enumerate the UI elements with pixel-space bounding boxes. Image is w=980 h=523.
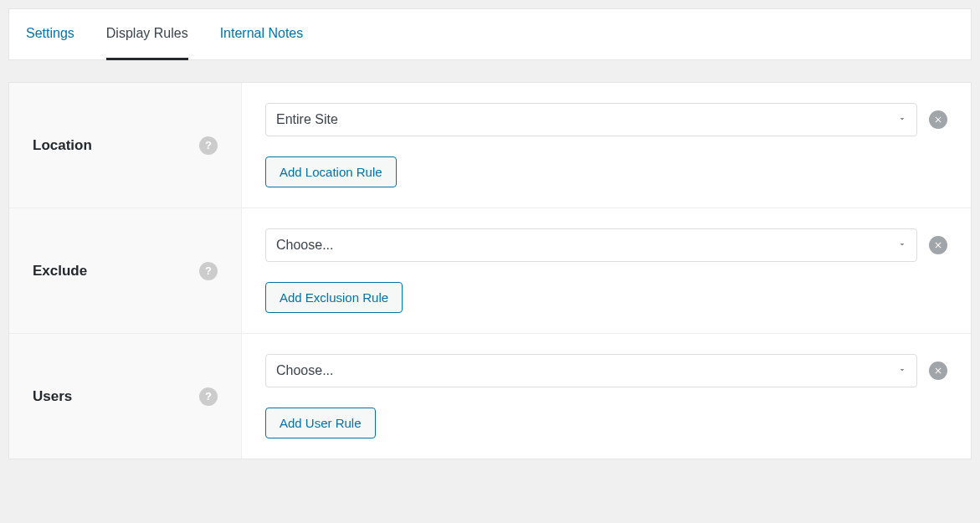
select-wrapper: Choose...	[265, 354, 917, 387]
users-label: Users	[33, 388, 72, 405]
select-wrapper: Choose...	[265, 228, 917, 262]
rule-row-location: Location ? Entire Site Add Location Rule	[9, 83, 971, 208]
add-exclusion-rule-button[interactable]: Add Exclusion Rule	[265, 282, 403, 313]
add-location-rule-button[interactable]: Add Location Rule	[265, 156, 397, 187]
remove-rule-icon[interactable]	[929, 361, 947, 380]
tab-internal-notes[interactable]: Internal Notes	[220, 9, 304, 60]
rule-content-cell: Entire Site Add Location Rule	[242, 83, 971, 208]
rules-panel: Location ? Entire Site Add Location Rule…	[8, 82, 972, 459]
tab-settings[interactable]: Settings	[26, 9, 74, 60]
add-user-rule-button[interactable]: Add User Rule	[265, 408, 376, 438]
help-icon[interactable]: ?	[199, 387, 218, 406]
location-select[interactable]: Entire Site	[265, 103, 917, 136]
select-row: Choose...	[265, 354, 947, 387]
exclude-label: Exclude	[33, 263, 87, 279]
select-row: Entire Site	[265, 103, 947, 136]
location-label: Location	[33, 137, 92, 154]
remove-rule-icon[interactable]	[929, 236, 947, 254]
tabs-panel: Settings Display Rules Internal Notes	[8, 8, 972, 60]
rule-label-cell: Exclude ?	[9, 208, 242, 333]
help-icon[interactable]: ?	[199, 262, 218, 280]
rule-row-users: Users ? Choose... Add User Rule	[9, 334, 971, 459]
help-icon[interactable]: ?	[199, 136, 218, 155]
rule-label-cell: Users ?	[9, 334, 242, 459]
select-row: Choose...	[265, 228, 947, 262]
select-wrapper: Entire Site	[265, 103, 917, 136]
tabs-list: Settings Display Rules Internal Notes	[26, 9, 954, 59]
rule-row-exclude: Exclude ? Choose... Add Exclusion Rule	[9, 208, 971, 334]
rule-label-cell: Location ?	[9, 83, 242, 208]
tab-display-rules[interactable]: Display Rules	[106, 9, 188, 60]
users-select[interactable]: Choose...	[265, 354, 917, 387]
rule-content-cell: Choose... Add User Rule	[242, 334, 971, 459]
rule-content-cell: Choose... Add Exclusion Rule	[242, 208, 971, 333]
exclude-select[interactable]: Choose...	[265, 228, 917, 262]
remove-rule-icon[interactable]	[929, 110, 947, 129]
